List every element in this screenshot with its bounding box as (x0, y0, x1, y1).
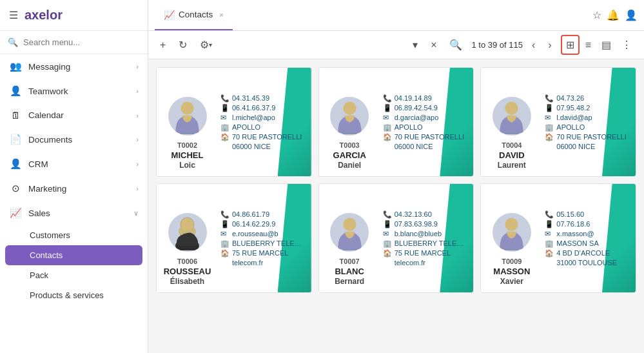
add-button[interactable]: + (156, 37, 170, 54)
sidebar-item-calendar[interactable]: 🗓 Calendar › (0, 103, 148, 127)
filter-dropdown-button[interactable]: ▾ (409, 36, 422, 54)
contact-phone1: 04.19.14.89 (395, 94, 432, 102)
contact-company-row: 🏢 APOLLO (220, 123, 307, 132)
refresh-button[interactable]: ↻ (175, 36, 191, 54)
contact-company-row: 🏢 APOLLO (383, 123, 470, 132)
contact-email: e.rousseau@b (232, 230, 278, 237)
sidebar-item-marketing[interactable]: ⊙ Marketing › (0, 176, 148, 201)
mobile-icon: 📱 (545, 220, 554, 228)
settings-button[interactable]: ⚙ ▾ (196, 36, 216, 54)
avatar (168, 97, 207, 136)
contact-card[interactable]: T0006 ROUSSEAU Élisabeth 📞 04.86.61.79 📱… (156, 183, 312, 293)
user-avatar-icon[interactable]: 👤 (625, 9, 638, 21)
card-right: 📞 04.73.26 📱 07.95.48.2 ✉ l.david@ap 🏢 A… (542, 68, 636, 176)
contact-phone1: 04.73.26 (556, 94, 584, 102)
documents-icon: 📄 (9, 134, 22, 145)
contact-email-row: ✉ e.rousseau@b (220, 230, 307, 238)
sidebar-item-label: Marketing (28, 184, 66, 194)
list-view-button[interactable]: ≡ (581, 36, 596, 54)
sidebar-item-customers[interactable]: Customers (0, 225, 148, 245)
contact-address-row: 🏠 70 RUE PASTORELLI (383, 133, 470, 141)
contact-phone1-row: 📞 04.73.26 (545, 94, 632, 103)
contact-company-row: 🏢 BLUEBERRY TELECOM (383, 239, 470, 248)
search-button[interactable]: 🔍 (445, 36, 466, 54)
contact-city: 06000 NICE (395, 143, 433, 150)
contact-city: 06000 NICE (556, 143, 595, 150)
chevron-right-icon: › (136, 185, 139, 192)
sidebar-logo: ☰ axelor (0, 0, 148, 31)
chevron-right-icon: › (136, 136, 139, 143)
hamburger-icon[interactable]: ☰ (9, 9, 18, 21)
contact-card[interactable]: T0003 GARCIA Daniel 📞 04.19.14.89 📱 06.8… (318, 67, 474, 177)
card-right: 📞 04.19.14.89 📱 06.89.42.54.9 ✉ d.garcia… (380, 68, 474, 176)
mobile-icon: 📱 (383, 220, 392, 228)
contact-city: telecom.fr (232, 259, 263, 267)
sidebar-item-messaging[interactable]: 👥 Messaging › (0, 54, 148, 79)
card-left: T0007 BLANC Bernard (319, 184, 380, 292)
card-name: T0009 MASSON Xavier (493, 257, 530, 287)
email-icon: ✉ (383, 230, 392, 238)
contacts-tab[interactable]: 📈 Contacts × (155, 0, 233, 30)
contact-phone1: 04.32.13.60 (395, 210, 432, 218)
card-right: 📞 04.86.61.79 📱 06.14.62.29.9 ✉ e.rousse… (218, 184, 311, 292)
grid-view-button[interactable]: ⊞ (561, 35, 580, 55)
phone-icon: 📞 (220, 210, 229, 219)
sales-icon: 📈 (9, 207, 22, 219)
search-clear-button[interactable]: × (427, 37, 440, 54)
sidebar-item-label: CRM (28, 159, 48, 169)
building-icon: 🏢 (383, 239, 392, 248)
email-icon: ✉ (220, 114, 229, 122)
view-switcher: ⊞ ≡ ▤ ⋮ (561, 35, 636, 55)
contact-phone1-row: 📞 04.19.14.89 (383, 94, 470, 103)
search-input[interactable] (23, 37, 140, 47)
tab-close-button[interactable]: × (219, 11, 223, 19)
card-right: 📞 04.32.13.60 📱 07.83.63.98.9 ✉ b.blanc@… (380, 184, 474, 292)
home-icon: 🏠 (545, 249, 554, 257)
sidebar-item-contacts[interactable]: Contacts (5, 245, 142, 265)
sidebar-item-sales[interactable]: 📈 Sales ∨ (0, 201, 148, 225)
building-icon: 🏢 (545, 123, 554, 132)
svg-point-0 (181, 101, 193, 114)
contact-card[interactable]: T0009 MASSON Xavier 📞 05.15.60 📱 07.76.1… (480, 183, 636, 293)
star-icon[interactable]: ☆ (592, 9, 601, 21)
sidebar-item-teamwork[interactable]: 👤 Teamwork › (0, 79, 148, 103)
sidebar-item-products-services[interactable]: Products & services (0, 285, 148, 305)
contact-address: 75 RUE MARCEL (395, 249, 451, 257)
contact-address-row: 🏠 75 RUE MARCEL (220, 249, 307, 257)
contact-lastname: MICHEL (171, 150, 204, 161)
phone-icon: 📞 (383, 210, 392, 219)
chevron-right-icon: › (136, 160, 139, 168)
more-view-button[interactable]: ⋮ (617, 35, 636, 54)
contact-card[interactable]: T0002 MICHEL Loic 📞 04.31.45.39 📱 06.41.… (156, 67, 312, 177)
home-icon: 🏠 (220, 133, 229, 141)
sidebar-subitem-label: Customers (30, 230, 70, 240)
contact-phone2: 07.76.18.6 (556, 220, 590, 228)
contact-firstname: Bernard (335, 277, 364, 287)
bell-icon[interactable]: 🔔 (607, 9, 620, 21)
contact-card[interactable]: T0007 BLANC Bernard 📞 04.32.13.60 📱 07.8… (318, 183, 474, 293)
contact-email: l.michel@apo (232, 114, 275, 121)
sidebar-item-crm[interactable]: 👤 CRM › (0, 152, 148, 176)
mobile-icon: 📱 (545, 104, 554, 112)
contact-code: T0003 (333, 141, 366, 150)
card-name: T0002 MICHEL Loic (171, 141, 204, 171)
sidebar-item-label: Sales (28, 208, 50, 218)
contact-address: 70 RUE PASTORELLI (232, 133, 302, 141)
contact-phone2: 07.95.48.2 (556, 104, 590, 112)
chevron-down-icon: ∨ (133, 209, 139, 217)
tab-label: Contacts (179, 10, 213, 19)
detail-view-button[interactable]: ▤ (597, 35, 616, 54)
search-icon: 🔍 (8, 37, 18, 47)
contact-phone2: 07.83.63.98.9 (395, 220, 438, 228)
sidebar-item-documents[interactable]: 📄 Documents › (0, 127, 148, 152)
svg-point-10 (343, 217, 356, 230)
sidebar-item-pack[interactable]: Pack (0, 265, 148, 285)
svg-point-12 (505, 217, 518, 230)
next-page-button[interactable]: › (544, 37, 555, 54)
prev-page-button[interactable]: ‹ (528, 37, 539, 54)
contact-email-row: ✉ l.michel@apo (220, 114, 307, 122)
contact-email: x.masson@ (556, 230, 594, 237)
home-icon: 🏠 (545, 133, 554, 141)
contact-card[interactable]: T0004 DAVID Laurent 📞 04.73.26 📱 07.95.4… (480, 67, 636, 177)
card-right: 📞 04.31.45.39 📱 06.41.66.37.9 ✉ l.michel… (218, 68, 311, 176)
